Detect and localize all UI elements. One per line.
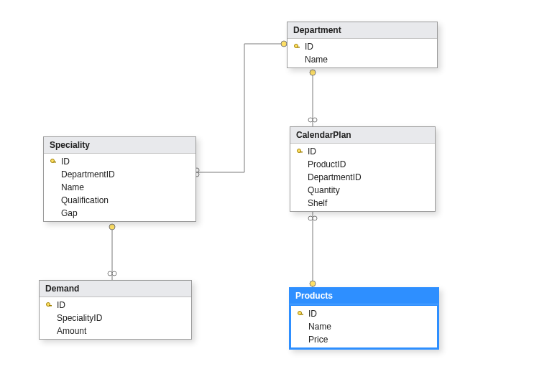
svg-rect-21 <box>300 314 303 315</box>
column-row: Quantity <box>290 184 435 197</box>
column-row: DepartmentID <box>44 168 196 181</box>
column-name: Quantity <box>308 185 431 195</box>
column-row: ID <box>44 155 196 168</box>
blank-icon <box>48 169 58 179</box>
column-name: ID <box>57 300 187 310</box>
column-name: ID <box>308 146 431 157</box>
blank-icon <box>44 313 54 323</box>
entity-columns: ID SpecialityID Amount <box>40 297 191 339</box>
entity-department[interactable]: Department ID Name <box>287 22 438 68</box>
blank-icon <box>48 182 58 192</box>
svg-point-6 <box>308 216 313 220</box>
column-name: Qualification <box>61 195 191 205</box>
svg-rect-17 <box>300 151 303 153</box>
blank-icon <box>295 335 305 345</box>
blank-icon <box>295 198 305 208</box>
entity-title: Speciality <box>44 137 196 154</box>
svg-rect-15 <box>53 162 56 163</box>
pk-icon <box>44 300 54 310</box>
column-name: DepartmentID <box>308 172 431 182</box>
svg-point-10 <box>108 271 112 276</box>
blank-icon <box>44 326 54 336</box>
svg-point-0 <box>281 41 287 47</box>
svg-point-7 <box>313 216 317 220</box>
column-row: Name <box>288 53 437 66</box>
blank-icon <box>295 159 305 169</box>
svg-rect-19 <box>49 305 52 307</box>
svg-point-9 <box>109 224 115 230</box>
blank-icon <box>292 55 302 65</box>
pk-icon <box>295 309 305 319</box>
column-name: ID <box>308 309 433 319</box>
blank-icon <box>48 208 58 218</box>
column-name: Amount <box>57 326 187 336</box>
column-row: Name <box>44 181 196 194</box>
column-row: DepartmentID <box>290 171 435 184</box>
column-row: Qualification <box>44 194 196 207</box>
column-name: Name <box>305 55 433 65</box>
column-name: ID <box>61 157 191 167</box>
svg-point-5 <box>313 118 317 122</box>
blank-icon <box>295 172 305 182</box>
column-row: ID <box>288 40 437 53</box>
pk-icon <box>295 146 305 157</box>
column-name: Price <box>308 335 433 345</box>
column-row: ID <box>291 307 437 320</box>
column-row: Price <box>291 333 437 346</box>
column-name: Name <box>61 182 191 192</box>
entity-title: Demand <box>40 281 191 297</box>
svg-rect-13 <box>297 47 300 48</box>
column-row: ID <box>290 145 435 158</box>
entity-columns: ID Name Price <box>291 306 437 347</box>
column-name: ID <box>305 42 433 52</box>
entity-products[interactable]: Products ID Name Price <box>289 287 439 350</box>
column-row: ProductID <box>290 158 435 171</box>
pk-icon <box>292 42 302 52</box>
svg-point-4 <box>308 118 313 122</box>
entity-title: Department <box>288 22 437 39</box>
svg-point-11 <box>112 271 116 276</box>
column-row: Amount <box>40 325 191 337</box>
column-name: DepartmentID <box>61 169 191 179</box>
blank-icon <box>295 322 305 332</box>
svg-point-3 <box>310 70 316 75</box>
column-row: Name <box>291 320 437 333</box>
column-row: Shelf <box>290 197 435 210</box>
column-name: Name <box>308 322 433 332</box>
blank-icon <box>48 195 58 205</box>
column-name: Gap <box>61 208 191 218</box>
entity-title: Products <box>290 288 438 304</box>
column-name: ProductID <box>308 159 431 169</box>
column-row: SpecialityID <box>40 312 191 325</box>
pk-icon <box>48 157 58 167</box>
entity-columns: ID ProductID DepartmentID Quantity Shelf <box>290 144 435 211</box>
column-name: SpecialityID <box>57 313 187 323</box>
entity-demand[interactable]: Demand ID SpecialityID Amount <box>39 280 192 340</box>
entity-calendarplan[interactable]: CalendarPlan ID ProductID DepartmentID Q… <box>290 126 436 212</box>
column-row: ID <box>40 299 191 312</box>
entity-title: CalendarPlan <box>290 127 435 144</box>
entity-columns: ID DepartmentID Name Qualification Gap <box>44 154 196 221</box>
blank-icon <box>295 185 305 195</box>
svg-point-8 <box>310 281 316 286</box>
column-row: Gap <box>44 207 196 220</box>
column-name: Shelf <box>308 198 431 208</box>
entity-columns: ID Name <box>288 39 437 67</box>
entity-speciality[interactable]: Speciality ID DepartmentID Name Qualific… <box>43 136 196 222</box>
